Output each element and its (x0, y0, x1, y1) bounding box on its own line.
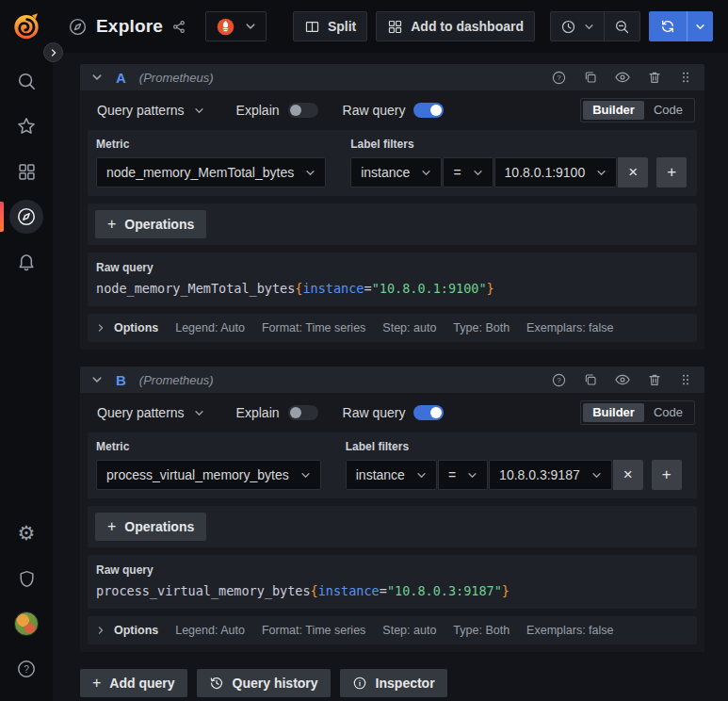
drag-handle-icon[interactable] (678, 372, 693, 387)
apps-grid-icon (387, 19, 403, 35)
sidebar-item-explore[interactable] (0, 194, 53, 239)
code-mode-option[interactable]: Code (644, 403, 692, 422)
drag-handle-icon[interactable] (678, 70, 693, 85)
code-mode-option[interactable]: Code (644, 101, 692, 120)
share-icon[interactable] (171, 19, 187, 35)
sidebar-item-settings[interactable]: ⚙ (0, 511, 53, 556)
compass-icon (16, 206, 37, 227)
chevron-down-icon (194, 408, 204, 418)
editor-mode-switch: Builder Code (580, 98, 695, 122)
run-query-button[interactable] (649, 11, 713, 41)
label-filters-field: Label filters instance = (350, 138, 687, 187)
add-operation-button[interactable]: + Operations (95, 210, 206, 238)
toggle-visibility-icon[interactable] (614, 69, 631, 86)
chevron-right-icon (96, 626, 105, 635)
toggle-visibility-icon[interactable] (614, 371, 631, 388)
page-title: Explore (96, 16, 163, 37)
metric-select[interactable]: process_virtual_memory_bytes (96, 460, 321, 490)
sidebar-item-alerting[interactable] (0, 239, 53, 285)
inspector-button[interactable]: Inspector (340, 669, 447, 697)
builder-mode-option[interactable]: Builder (583, 403, 644, 422)
explain-label: Explain (236, 103, 280, 118)
sidebar-item-search[interactable] (0, 58, 53, 104)
sidebar-item-starred[interactable] (0, 104, 53, 149)
query-options-collapse[interactable]: Options Legend: Auto Format: Time series… (88, 616, 697, 644)
query-editor-toolbar: Query patterns Explain Raw query Builder… (88, 98, 697, 122)
sidebar-bottom-group: ⚙ ? (0, 511, 53, 692)
plus-icon: + (107, 518, 116, 535)
sidebar-item-help[interactable]: ? (0, 646, 53, 692)
query-patterns-dropdown[interactable]: Query patterns (89, 103, 212, 118)
shield-icon (17, 569, 37, 589)
sidebar: ⚙ ? (0, 0, 53, 701)
option-format: Format: Time series (262, 321, 365, 334)
run-interval-dropdown[interactable] (687, 11, 713, 41)
duplicate-query-icon[interactable] (583, 70, 598, 85)
explore-toolbar: Explore (53, 0, 728, 53)
filter-key-select[interactable]: instance (346, 460, 437, 490)
metric-select[interactable]: node_memory_MemTotal_bytes (96, 157, 326, 187)
zoom-out-time-button[interactable] (604, 12, 639, 41)
remove-filter-button[interactable]: × (618, 157, 648, 187)
add-filter-button[interactable]: + (652, 460, 682, 490)
time-range-picker[interactable] (551, 12, 604, 41)
raw-query-expression: process_virtual_memory_bytes{instance="1… (96, 583, 688, 598)
dashboards-grid-icon (17, 162, 37, 182)
query-options-collapse[interactable]: Options Legend: Auto Format: Time series… (88, 314, 697, 342)
query-row-actions: ? (551, 69, 693, 86)
filter-key-select[interactable]: instance (350, 157, 442, 187)
sidebar-item-server-admin[interactable] (0, 556, 53, 601)
add-query-button[interactable]: + Add query (80, 669, 187, 697)
gear-icon: ⚙ (18, 524, 36, 544)
plus-icon: + (107, 216, 116, 233)
chevron-down-icon (591, 470, 602, 481)
prometheus-icon (216, 17, 235, 37)
option-exemplars: Exemplars: false (526, 321, 613, 334)
explain-toggle[interactable] (288, 405, 318, 420)
remove-query-icon[interactable] (647, 372, 662, 387)
query-row-header[interactable]: A (Prometheus) ? (80, 64, 704, 90)
label-filters-field: Label filters instance = (346, 440, 682, 490)
add-operation-button[interactable]: + Operations (95, 513, 206, 541)
remove-filter-button[interactable]: × (613, 460, 643, 490)
metric-and-filters-card: Metric process_virtual_memory_bytes Labe… (88, 432, 697, 498)
query-help-icon[interactable]: ? (551, 372, 567, 388)
chevron-down-icon (305, 168, 315, 178)
add-to-dashboard-button[interactable]: Add to dashboard (376, 11, 535, 41)
raw-query-label: Raw query (343, 405, 406, 420)
filter-operator-select[interactable]: = (443, 157, 493, 187)
split-button[interactable]: Split (293, 11, 367, 41)
grafana-explore-app: ⚙ ? (0, 0, 728, 701)
raw-query-toggle[interactable] (413, 405, 444, 420)
query-help-icon[interactable]: ? (551, 70, 567, 86)
add-filter-button[interactable]: + (656, 157, 687, 187)
collapse-chevron-icon[interactable] (91, 374, 103, 385)
builder-mode-option[interactable]: Builder (583, 101, 644, 120)
query-row-header[interactable]: B (Prometheus) ? (80, 367, 704, 393)
duplicate-query-icon[interactable] (583, 372, 598, 387)
sidebar-item-profile[interactable] (0, 601, 53, 646)
metric-field-label: Metric (96, 440, 321, 453)
main-area: Explore (53, 0, 728, 701)
filter-value-select[interactable]: 10.8.0.3:9187 (489, 460, 612, 490)
operations-card: + Operations (88, 506, 697, 547)
query-ref-id: A (116, 70, 126, 86)
collapse-chevron-icon[interactable] (91, 72, 103, 83)
sidebar-expand-button[interactable] (43, 42, 63, 62)
query-editor-body: Query patterns Explain Raw query Builder… (80, 90, 704, 350)
raw-query-label: Raw query (343, 103, 406, 118)
filter-operator-select[interactable]: = (438, 460, 488, 490)
raw-query-toggle[interactable] (413, 103, 444, 118)
chevron-down-icon (194, 106, 204, 116)
query-patterns-dropdown[interactable]: Query patterns (89, 405, 212, 420)
datasource-picker[interactable] (205, 11, 267, 41)
metric-and-filters-card: Metric node_memory_MemTotal_bytes Label … (88, 130, 697, 196)
query-history-button[interactable]: Query history (197, 669, 331, 697)
grafana-logo-icon[interactable] (11, 11, 41, 41)
sidebar-item-dashboards[interactable] (0, 149, 53, 194)
remove-query-icon[interactable] (647, 70, 662, 85)
filter-value-select[interactable]: 10.8.0.1:9100 (494, 157, 618, 187)
query-row-actions: ? (551, 371, 693, 388)
explain-toggle[interactable] (288, 103, 318, 118)
toolbar-right: Split Add to dashboard (293, 11, 713, 41)
